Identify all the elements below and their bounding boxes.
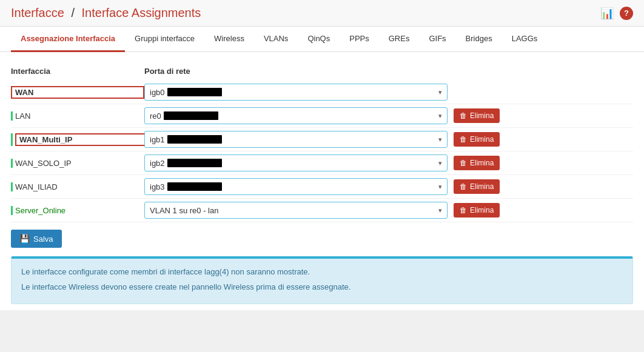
main-content: Interfaccia Porta di rete WANigb0 ▾LANre… <box>0 52 644 310</box>
delete-label: Elimina <box>470 111 494 120</box>
info-message-0: Le interfacce configurate come membri di… <box>21 266 623 279</box>
trash-icon: 🗑 <box>460 111 467 120</box>
redacted-value <box>167 159 222 167</box>
tab-ppps[interactable]: PPPs <box>340 27 379 52</box>
help-icon[interactable]: ? <box>620 7 633 20</box>
delete-label: Elimina <box>470 135 494 144</box>
chevron-down-icon: ▾ <box>438 207 442 214</box>
delete-label: Elimina <box>470 206 494 214</box>
port-select-wan_solo_ip[interactable]: igb2 ▾ <box>144 154 448 171</box>
breadcrumb-sep: / <box>71 6 75 19</box>
delete-button-wan_solo_ip[interactable]: 🗑Elimina <box>454 156 500 170</box>
chevron-down-icon: ▾ <box>438 112 442 120</box>
table-row: WANigb0 ▾ <box>11 81 633 104</box>
redacted-value <box>164 111 218 120</box>
interface-name-lan: LAN <box>15 111 30 121</box>
save-icon: 💾 <box>19 234 30 244</box>
header: Interfacce / Interface Assignments 📊 ? <box>0 0 644 27</box>
redacted-value <box>167 182 222 191</box>
tab-laggs[interactable]: LAGGs <box>502 27 548 52</box>
delete-button-wan_iliad[interactable]: 🗑Elimina <box>454 179 500 194</box>
breadcrumb-current: Interface Assignments <box>82 6 201 19</box>
redacted-value <box>167 88 222 96</box>
table-row: WAN_SOLO_IPigb2 ▾🗑Elimina <box>11 151 633 175</box>
table-row: LANre0 ▾🗑Elimina <box>11 104 633 128</box>
tab-bridges[interactable]: Bridges <box>456 27 502 52</box>
col-interface-header: Interfaccia <box>11 67 144 76</box>
interface-name-wan_iliad: WAN_ILIAD <box>15 182 58 191</box>
chevron-down-icon: ▾ <box>438 183 442 191</box>
delete-label: Elimina <box>470 182 494 191</box>
delete-label: Elimina <box>470 159 494 167</box>
tab-gruppi[interactable]: Gruppi interfacce <box>125 27 204 52</box>
trash-icon: 🗑 <box>460 206 467 214</box>
delete-button-wan_multi_ip[interactable]: 🗑Elimina <box>454 132 500 147</box>
save-button[interactable]: 💾 Salva <box>11 230 62 248</box>
info-box: Le interfacce configurate come membri di… <box>11 256 633 304</box>
tab-vlans[interactable]: VLANs <box>254 27 298 52</box>
chart-icon[interactable]: 📊 <box>600 7 614 20</box>
trash-icon: 🗑 <box>460 159 467 167</box>
info-message-1: Le interfacce Wireless devono essere cre… <box>21 281 623 294</box>
trash-icon: 🗑 <box>460 182 467 191</box>
interface-table: WANigb0 ▾LANre0 ▾🗑EliminaWAN_Multi_IPigb… <box>11 81 633 222</box>
interface-name-wan_multi_ip: WAN_Multi_IP <box>15 133 149 146</box>
header-icons-wrap: 📊 ? <box>600 7 633 20</box>
chevron-down-icon: ▾ <box>438 136 442 144</box>
delete-button-lan[interactable]: 🗑Elimina <box>454 108 500 123</box>
interface-name-server_online[interactable]: Server_Online <box>15 206 65 215</box>
table-header-row: Interfaccia Porta di rete <box>11 63 633 81</box>
tabs-bar: Assegnazione InterfacciaGruppi interfacc… <box>0 27 644 52</box>
chevron-down-icon: ▾ <box>438 88 442 96</box>
breadcrumb-base: Interfacce <box>11 6 64 19</box>
table-row: WAN_ILIADigb3 ▾🗑Elimina <box>11 175 633 199</box>
tab-gifs[interactable]: GIFs <box>419 27 455 52</box>
col-port-header: Porta di rete <box>144 67 633 76</box>
interface-name-wan_solo_ip: WAN_SOLO_IP <box>15 159 72 168</box>
port-select-wan_iliad[interactable]: igb3 ▾ <box>144 178 448 195</box>
interface-name-wan: WAN <box>11 86 144 99</box>
tab-wireless[interactable]: Wireless <box>204 27 254 52</box>
table-row: Server_OnlineVLAN 1 su re0 - lan▾🗑Elimin… <box>11 199 633 222</box>
tab-gres[interactable]: GREs <box>379 27 420 52</box>
redacted-value <box>167 135 222 144</box>
chevron-down-icon: ▾ <box>438 159 442 167</box>
save-label: Salva <box>33 234 53 244</box>
tab-assegnazione[interactable]: Assegnazione Interfaccia <box>11 27 125 52</box>
delete-button-server_online[interactable]: 🗑Elimina <box>454 203 500 218</box>
trash-icon: 🗑 <box>460 135 467 144</box>
table-row: WAN_Multi_IPigb1 ▾🗑Elimina <box>11 128 633 151</box>
port-select-server_online[interactable]: VLAN 1 su re0 - lan▾ <box>144 202 448 219</box>
port-select-wan_multi_ip[interactable]: igb1 ▾ <box>144 131 448 148</box>
port-select-wan[interactable]: igb0 ▾ <box>144 84 448 101</box>
tab-qinqs[interactable]: QinQs <box>298 27 340 52</box>
port-select-lan[interactable]: re0 ▾ <box>144 107 448 124</box>
breadcrumb: Interfacce / Interface Assignments <box>11 6 201 20</box>
